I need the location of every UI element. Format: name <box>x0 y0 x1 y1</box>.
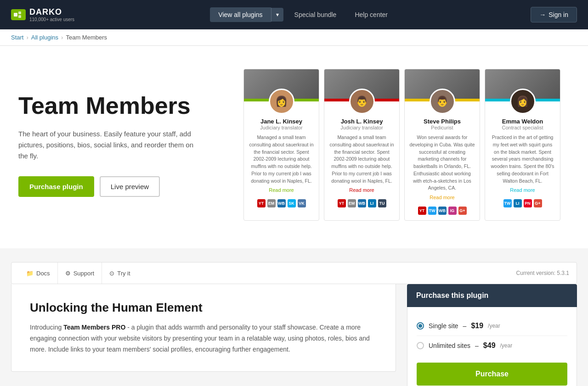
breadcrumb-start[interactable]: Start <box>11 34 23 41</box>
content-body: Introducing Team Members PRO - a plugin … <box>30 322 377 355</box>
social-icon[interactable]: LI <box>368 199 376 207</box>
social-links: TWLIPNG+ <box>485 196 560 207</box>
svg-rect-0 <box>14 13 17 17</box>
social-icon[interactable]: WB <box>438 207 447 215</box>
member-name: Jane L. Kinsey <box>244 118 319 125</box>
support-tab[interactable]: ⚙ Support <box>58 263 102 284</box>
read-more-link[interactable]: Read more <box>485 187 560 193</box>
social-icon[interactable]: PN <box>524 199 532 207</box>
try-label: Try it <box>117 270 130 277</box>
logo[interactable]: DARKO 110,000+ active users <box>11 7 74 22</box>
member-name: Emma Weldon <box>485 118 560 125</box>
avatar: 👨 <box>430 89 455 114</box>
support-icon: ⚙ <box>65 270 71 277</box>
social-icon[interactable]: WB <box>277 199 286 207</box>
docs-label: Docs <box>36 270 50 277</box>
read-more-link[interactable]: Read more <box>405 195 480 200</box>
social-icon[interactable]: VK <box>298 199 306 207</box>
live-preview-button[interactable]: Live preview <box>100 176 160 197</box>
social-icon[interactable]: YT <box>338 199 346 207</box>
social-icon[interactable]: TW <box>428 207 436 215</box>
social-icon[interactable]: IG <box>448 207 457 215</box>
radio-unlimited[interactable] <box>417 342 424 349</box>
purchase-panel: Purchase this plugin Single site – $19/y… <box>407 284 577 386</box>
docs-tab[interactable]: 📁 Docs <box>19 263 58 284</box>
option1-price: $19 <box>471 322 483 330</box>
member-card: 👨 Steve Philips Pedicurist Won several a… <box>404 69 480 221</box>
social-links: YTEMWBSKVK <box>244 196 319 207</box>
avatar: 👨 <box>349 89 375 114</box>
member-role: Pedicurist <box>405 125 480 130</box>
hero-left: Team Members The heart of your business.… <box>18 93 216 196</box>
option1-period: /year <box>488 323 500 329</box>
nav-right: → Sign in <box>531 7 577 22</box>
signin-label: Sign in <box>548 11 568 18</box>
social-links: YTTWWBIGG+ <box>405 204 480 215</box>
social-icon[interactable]: EM <box>348 199 356 207</box>
social-icon[interactable]: TU <box>378 199 386 207</box>
version-text: Current version: 5.3.1 <box>516 270 569 276</box>
logo-sub: 110,000+ active users <box>29 17 74 22</box>
breadcrumb-sep-1: › <box>26 34 28 41</box>
dash-1: – <box>463 322 467 330</box>
member-bio: Managed a small team consulting about sa… <box>244 134 319 185</box>
member-card: 👨 Josh L. Kinsey Judiciary translator Ma… <box>324 69 400 221</box>
radio-single[interactable] <box>417 322 424 330</box>
content-title: Unlocking the Human Element <box>30 301 377 315</box>
option2-period: /year <box>500 342 513 349</box>
try-icon: ⊙ <box>109 270 114 277</box>
logo-text: DARKO 110,000+ active users <box>29 7 74 22</box>
member-card: 👩 Emma Weldon Contract specialist Practi… <box>485 69 560 221</box>
member-name: Steve Philips <box>405 118 480 125</box>
plugins-button-group[interactable]: View all plugins ▾ <box>210 7 283 22</box>
purchase-plugin-button[interactable]: Purchase plugin <box>18 176 94 197</box>
view-all-plugins-button[interactable]: View all plugins <box>210 7 271 22</box>
support-label: Support <box>74 270 95 277</box>
breadcrumb-all-plugins[interactable]: All plugins <box>31 34 58 41</box>
social-icon[interactable]: WB <box>358 199 366 207</box>
social-icon[interactable]: EM <box>267 199 276 207</box>
content-area: Unlocking the Human Element Introducing … <box>11 284 396 372</box>
avatar: 👩 <box>510 89 536 114</box>
purchase-body: Single site – $19/year Unlimited sites –… <box>407 307 577 386</box>
pricing-option-unlimited[interactable]: Unlimited sites – $49/year <box>417 336 567 355</box>
social-icon[interactable]: TW <box>503 199 512 207</box>
hero-title: Team Members <box>18 93 216 119</box>
logo-name: DARKO <box>29 7 74 17</box>
read-more-link[interactable]: Read more <box>244 187 319 193</box>
special-bundle-link[interactable]: Special bundle <box>287 7 344 22</box>
logo-icon <box>11 9 26 20</box>
social-icon[interactable]: G+ <box>534 199 542 207</box>
breadcrumb-sep-2: › <box>61 34 63 41</box>
member-bio: Managed a small team consulting about sa… <box>324 134 399 185</box>
plugins-dropdown-button[interactable]: ▾ <box>271 8 283 22</box>
svg-rect-1 <box>18 11 21 14</box>
social-icon[interactable]: LI <box>514 199 522 207</box>
signin-button[interactable]: → Sign in <box>531 7 577 22</box>
signin-icon: → <box>539 11 546 18</box>
social-icon[interactable]: YT <box>418 207 426 215</box>
option2-label: Unlimited sites <box>429 342 470 349</box>
social-icon[interactable]: SK <box>288 199 296 207</box>
social-icon[interactable]: YT <box>257 199 266 207</box>
docs-icon: 📁 <box>26 270 34 277</box>
member-role: Judiciary translator <box>244 125 319 130</box>
breadcrumb-current: Team Members <box>66 34 107 41</box>
purchase-header: Purchase this plugin <box>407 284 577 307</box>
main-content: Unlocking the Human Element Introducing … <box>0 284 588 386</box>
social-icon[interactable]: G+ <box>458 207 467 215</box>
pricing-option-single[interactable]: Single site – $19/year <box>417 316 567 336</box>
help-center-link[interactable]: Help center <box>347 7 395 22</box>
breadcrumb: Start › All plugins › Team Members <box>0 29 588 46</box>
read-more-link[interactable]: Read more <box>324 187 399 193</box>
try-tab[interactable]: ⊙ Try it <box>102 263 137 284</box>
dash-2: – <box>475 342 479 349</box>
hero-description: The heart of your business. Easily featu… <box>18 129 202 162</box>
hero-cards: 👩 Jane L. Kinsey Judiciary translator Ma… <box>234 69 570 221</box>
svg-rect-2 <box>18 15 21 18</box>
member-role: Contract specialist <box>485 125 560 130</box>
info-bar: 📁 Docs ⚙ Support ⊙ Try it Current versio… <box>11 262 577 284</box>
buy-button[interactable]: Purchase <box>417 363 567 386</box>
content-intro: Introducing <box>30 324 63 331</box>
navbar: DARKO 110,000+ active users View all plu… <box>0 0 588 29</box>
